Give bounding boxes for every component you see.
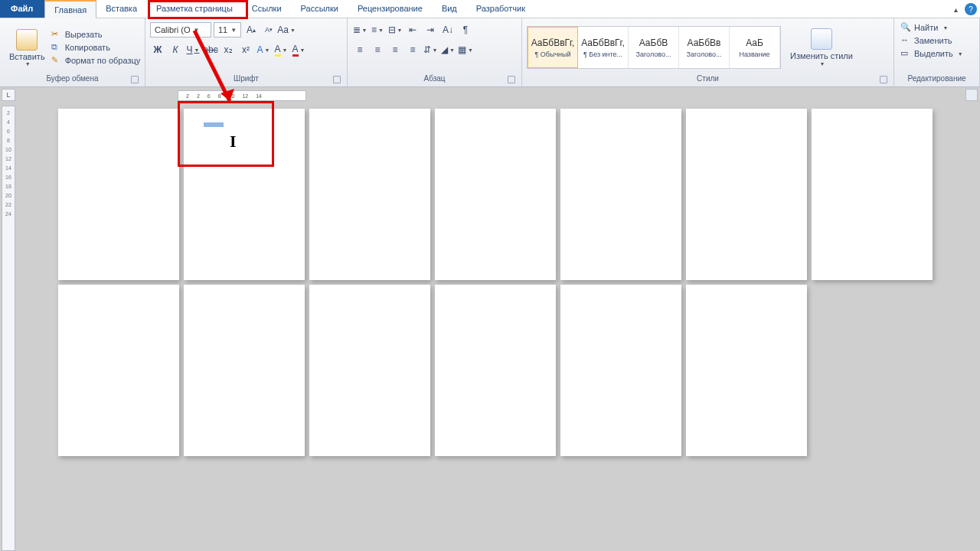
highlight-button[interactable]: A▼	[273, 42, 289, 57]
text-effects-button[interactable]: A▼	[256, 42, 271, 57]
style-item-3[interactable]: АаБбВвЗаголово...	[679, 27, 730, 68]
ribbon-tabs: Файл Главная Вставка Разметка страницы С…	[0, 0, 980, 18]
show-marks-button[interactable]: ¶	[458, 22, 473, 37]
page-thumbnail[interactable]	[58, 109, 179, 280]
format-painter-button[interactable]: Формат по образцу	[51, 55, 141, 66]
numbering-button[interactable]: ≡▼	[370, 22, 385, 37]
search-icon	[900, 22, 911, 33]
svg-line-0	[194, 31, 230, 101]
group-label-editing: Редактирование	[907, 74, 965, 83]
borders-button[interactable]: ▦▼	[458, 42, 473, 57]
paste-icon	[16, 29, 38, 51]
bullets-button[interactable]: ≣▼	[352, 22, 368, 37]
help-icon[interactable]: ?	[965, 3, 977, 15]
page-thumbnail[interactable]: I	[184, 109, 305, 280]
replace-button[interactable]: Заменить	[900, 35, 963, 46]
annotation-arrow	[188, 28, 242, 112]
paste-label: Вставить	[9, 52, 45, 61]
sort-button[interactable]: A↓	[440, 22, 456, 37]
cut-button[interactable]: Вырезать	[51, 29, 141, 40]
ruler-corner[interactable]: L	[2, 89, 15, 101]
font-color-button[interactable]: A▼	[291, 42, 306, 57]
paste-button[interactable]: Вставить ▼	[5, 21, 50, 74]
change-case-button[interactable]: Aa▼	[279, 22, 294, 37]
scissors-icon	[51, 29, 62, 40]
chevron-down-icon: ▼	[25, 61, 31, 67]
tab-file[interactable]: Файл	[0, 0, 44, 18]
tab-mailings[interactable]: Рассылки	[292, 0, 348, 18]
vertical-ruler[interactable]: 24681012141618202224	[2, 106, 15, 551]
brush-icon	[51, 55, 62, 66]
style-item-2[interactable]: АаБбВЗаголово...	[629, 27, 679, 68]
tab-references[interactable]: Ссылки	[243, 0, 292, 18]
page-thumbnail[interactable]	[560, 109, 681, 280]
tab-home[interactable]: Главная	[44, 0, 96, 18]
dialog-launcher-icon[interactable]	[333, 76, 341, 83]
text-selection	[204, 122, 224, 127]
decrease-indent-button[interactable]: ⇤	[405, 22, 420, 37]
align-right-button[interactable]: ≡	[387, 42, 403, 57]
shrink-font-button[interactable]: A▾	[261, 22, 276, 37]
copy-button[interactable]: Копировать	[51, 42, 141, 53]
page-thumbnail[interactable]	[309, 285, 430, 456]
group-label-clipboard: Буфер обмена	[47, 74, 99, 83]
page-thumbnail[interactable]	[686, 285, 807, 456]
justify-button[interactable]: ≡	[405, 42, 420, 57]
bold-button[interactable]: Ж	[150, 42, 165, 57]
page-thumbnail[interactable]	[58, 285, 179, 456]
page-thumbnail[interactable]	[435, 109, 556, 280]
replace-icon	[900, 35, 911, 46]
page-thumbnail[interactable]	[309, 109, 430, 280]
text-cursor: I	[230, 132, 237, 152]
page-thumbnail[interactable]	[184, 285, 305, 456]
page-thumbnail[interactable]	[812, 109, 933, 280]
change-styles-icon	[811, 28, 832, 50]
group-paragraph: ≣▼ ≡▼ ⊟▼ ⇤ ⇥ A↓ ¶ ≡ ≡ ≡ ≡ ⇵▼ ◢▼ ▦▼	[348, 18, 522, 86]
group-label-paragraph: Абзац	[423, 74, 445, 83]
grow-font-button[interactable]: A▴	[243, 22, 259, 37]
tab-developer[interactable]: Разработчик	[467, 0, 535, 18]
ribbon: Вставить ▼ Вырезать Копировать Формат по…	[0, 18, 980, 87]
page-thumbnail[interactable]	[435, 285, 556, 456]
line-spacing-button[interactable]: ⇵▼	[423, 42, 438, 57]
select-icon	[900, 48, 911, 59]
shading-button[interactable]: ◢▼	[440, 42, 456, 57]
style-item-4[interactable]: АаБНазвание	[730, 27, 780, 68]
dialog-launcher-icon[interactable]	[508, 76, 515, 83]
tab-review[interactable]: Рецензирование	[348, 0, 433, 18]
tab-insert[interactable]: Вставка	[96, 0, 147, 18]
style-item-1[interactable]: АаБбВвГг,¶ Без инте...	[578, 27, 629, 68]
style-item-0[interactable]: АаБбВвГг,¶ Обычный	[528, 27, 578, 68]
ruler-toggle-icon[interactable]	[965, 89, 978, 101]
increase-indent-button[interactable]: ⇥	[423, 22, 438, 37]
align-left-button[interactable]: ≡	[352, 42, 368, 57]
page-thumbnail[interactable]	[686, 109, 807, 280]
align-center-button[interactable]: ≡	[370, 42, 385, 57]
tab-page-layout[interactable]: Разметка страницы	[147, 0, 243, 18]
tab-view[interactable]: Вид	[433, 0, 467, 18]
dialog-launcher-icon[interactable]	[131, 76, 139, 83]
group-label-styles: Стили	[697, 74, 719, 83]
find-button[interactable]: Найти▼	[900, 22, 963, 33]
chevron-down-icon: ▼	[819, 61, 825, 67]
multilevel-button[interactable]: ⊟▼	[387, 22, 403, 37]
dialog-launcher-icon[interactable]	[880, 76, 887, 83]
group-font: Calibri (О▼ 11▼ A▴ A▾ Aa▼ Ж К Ч▼ abc x₂ …	[145, 18, 348, 86]
copy-icon	[51, 42, 62, 53]
change-styles-button[interactable]: Изменить стили ▼	[786, 27, 858, 67]
minimize-ribbon-icon[interactable]: ▴	[949, 3, 962, 15]
page-thumbnail[interactable]	[560, 285, 681, 456]
group-styles: АаБбВвГг,¶ ОбычныйАаБбВвГг,¶ Без инте...…	[522, 18, 894, 86]
group-editing: Найти▼ Заменить Выделить▼ Редактирование	[894, 18, 980, 86]
select-button[interactable]: Выделить▼	[900, 48, 963, 59]
italic-button[interactable]: К	[168, 42, 183, 57]
group-clipboard: Вставить ▼ Вырезать Копировать Формат по…	[0, 18, 145, 86]
document-area: L 24681012141618202224 2268101214 I	[0, 87, 980, 551]
styles-gallery[interactable]: АаБбВвГг,¶ ОбычныйАаБбВвГг,¶ Без инте...…	[527, 26, 781, 69]
page-thumbnails: I	[58, 109, 933, 456]
